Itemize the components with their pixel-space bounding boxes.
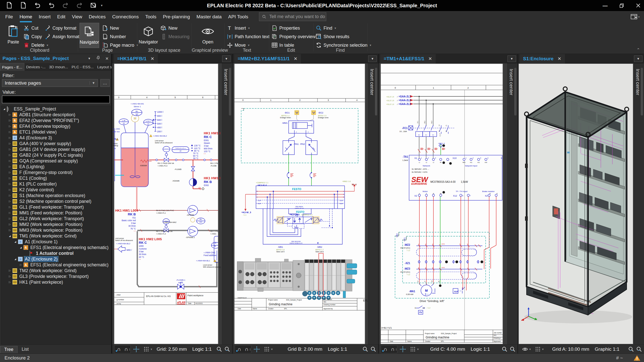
crosshair-icon[interactable] [254, 346, 260, 352]
tree-item[interactable]: ▷MM3 (Work workpiece: Position) [1, 227, 110, 233]
zoom-out-icon[interactable] [216, 346, 222, 352]
collapsed-icon[interactable]: ▷ [8, 165, 11, 168]
tree-item[interactable]: ◢ESS_Sample_Project [1, 106, 110, 112]
zoom-window-icon[interactable] [370, 346, 376, 352]
undo-history-icon[interactable] [34, 2, 41, 9]
redo-history-icon[interactable] [76, 2, 83, 9]
collapsed-icon[interactable]: ▷ [8, 125, 11, 128]
tab-list-dropdown[interactable]: ▼ [507, 55, 516, 62]
tree-item[interactable]: ▷&EFA4 (Overview topology) [1, 123, 110, 129]
restore-button[interactable] [618, 2, 625, 9]
tree-item[interactable]: ▷GAB2 (24 V supply PLC signals) [1, 152, 110, 158]
doc-tab-mfs11[interactable]: =MM2+B2.Y1&MFS11/1 ✕ [234, 54, 301, 63]
tree-item[interactable]: ▷EA (Lighting) [1, 164, 110, 169]
collapsed-icon[interactable]: ▷ [8, 113, 11, 116]
filter-combobox[interactable]: Interactive pages ▼ [2, 79, 98, 87]
tree-item[interactable]: ▷GQA (Compressed air supply) [1, 158, 110, 164]
tree-item[interactable]: ▷F (Emergency-stop control) [1, 169, 110, 175]
minimize-button[interactable]: — [601, 2, 609, 9]
tab-close-icon[interactable]: ✕ [294, 56, 297, 62]
combo-arrow-icon[interactable]: ▼ [90, 81, 95, 85]
menu-tab-tools[interactable]: Tools [142, 11, 160, 22]
pages-tree[interactable]: ◢ESS_Sample_Project▷&ADB1 (Structure des… [1, 106, 111, 345]
value-input[interactable] [2, 96, 110, 103]
tree-item[interactable]: ▷EC1 (Cooling) [1, 175, 110, 181]
tree-item[interactable]: ▷&ETC1 (Model view) [1, 129, 110, 135]
collapsed-icon[interactable]: ▷ [8, 142, 11, 145]
view-eye-dropdown[interactable]: ▾ [522, 346, 531, 352]
tree-item[interactable]: ◢+A1 (Enclosure 1) [1, 239, 110, 245]
grid-style-dropdown[interactable]: ▾ [410, 346, 419, 352]
tab-tree[interactable]: Tree [0, 346, 18, 353]
panel-menu-icon[interactable]: ▼ [88, 57, 91, 60]
menu-tab-home[interactable]: Home [16, 11, 36, 22]
tree-item[interactable]: ▷GL2 (Work workpiece: Transport) [1, 216, 110, 221]
tree-item[interactable]: ▷&EFS1 (Electrical engineering schematic… [1, 262, 110, 268]
doc-tab-enclosure[interactable]: S1:Enclosure ✕ [520, 54, 565, 63]
tree-item[interactable]: ▷HK1 (Paint workpiece) [1, 279, 110, 285]
zoom-window-icon[interactable] [636, 346, 642, 352]
path-function-text-button[interactable]: Path function text [227, 33, 270, 40]
menu-tab-connections[interactable]: Connections [109, 11, 142, 22]
strip-scrollbar[interactable] [375, 68, 377, 115]
tree-item[interactable]: ▷TM2 (Work workpiece: Grind) [1, 268, 110, 273]
tree-item[interactable]: ▷+A4 (Enclosure 3) [1, 135, 110, 141]
grid-magnet-icon[interactable]: ∩: [389, 346, 396, 352]
tree-item[interactable]: ▷S1 (Machine operation enclosure) [1, 193, 110, 198]
zoom-out-icon[interactable] [362, 346, 368, 352]
collapsed-icon[interactable]: ▷ [8, 183, 11, 186]
collapsed-icon[interactable]: ▷ [8, 275, 11, 278]
strip-scrollbar[interactable] [514, 68, 517, 115]
tree-item[interactable]: ▷K2 (Valve control) [1, 187, 110, 193]
panel-close-icon[interactable]: ✕ [105, 56, 109, 61]
strip-scrollbar[interactable] [641, 68, 643, 115]
collapsed-icon[interactable]: ▷ [8, 119, 11, 122]
collapsed-icon[interactable]: ▷ [8, 211, 11, 214]
expanded-icon[interactable]: ◢ [3, 107, 6, 110]
tree-item[interactable]: ◢+A2 (Enclosure 2) [1, 256, 110, 262]
tab-close-icon[interactable]: ✕ [428, 56, 432, 62]
cut-button[interactable]: Cut [24, 24, 38, 32]
tree-item[interactable]: ▷&EFA2 (Overview "PROFINET") [1, 117, 110, 123]
tree-item[interactable]: ▷GL1 (Feed workpiece: Transport) [1, 204, 110, 210]
expanded-icon[interactable]: ◢ [8, 234, 11, 237]
menu-tab-insert[interactable]: Insert [35, 11, 54, 22]
copy-button[interactable]: Copy [24, 33, 42, 40]
tree-item[interactable]: ▷K1 (PLC controller) [1, 181, 110, 187]
collapse-ribbon-icon[interactable]: ⌃ [637, 47, 640, 52]
collapsed-icon[interactable]: ▷ [8, 131, 11, 134]
expanded-icon[interactable]: ◢ [19, 246, 22, 249]
find-button[interactable]: Find▾ [316, 24, 336, 32]
workspace-layout-icon[interactable]: ▾ [630, 13, 640, 21]
collapsed-icon[interactable]: ▷ [8, 188, 11, 191]
tree-item[interactable]: ◢&EFS1 (Electrical engineering schematic… [1, 245, 110, 250]
doc-tab-efs1[interactable]: =TM1+A1&EFS1/1 ✕ [380, 54, 436, 63]
pin-icon[interactable] [96, 56, 100, 61]
text-insert-button[interactable]: Insert▾ [227, 24, 250, 32]
grid-style-dropdown[interactable]: ▾ [264, 346, 273, 352]
open-preview-button[interactable]: Open [198, 23, 218, 48]
menu-tab-pre-planning[interactable]: Pre-planning [160, 11, 193, 22]
tab-list-dropdown[interactable]: ▼ [634, 55, 642, 62]
tree-item[interactable]: ◢TM1 (Work workpiece: Grind) [1, 233, 110, 239]
show-results-button[interactable]: Show results [316, 33, 349, 40]
collapsed-icon[interactable]: ▷ [8, 136, 11, 139]
zoom-out-icon[interactable] [501, 346, 507, 352]
open-page-icon[interactable] [20, 2, 27, 9]
qat-more-icon[interactable]: ▾ [101, 4, 103, 7]
undo-icon[interactable] [48, 2, 55, 9]
grid-magnet-icon[interactable]: ∩: [243, 346, 250, 352]
tab-close-icon[interactable]: ✕ [557, 56, 561, 62]
menu-tab-master-data[interactable]: Master data [193, 11, 225, 22]
collapsed-icon[interactable]: ▷ [8, 269, 11, 272]
collapsed-icon[interactable]: ▷ [8, 229, 11, 232]
redo-icon[interactable] [62, 2, 69, 9]
tree-item[interactable]: ▷GAA (400 V power supply) [1, 141, 110, 146]
zoom-out-icon[interactable] [628, 346, 634, 352]
snap-magnet-icon[interactable]: ∩ [236, 346, 243, 352]
tree-item[interactable]: ▷S2 (Machine operation control panel) [1, 198, 110, 204]
menu-tab-file[interactable]: File [2, 11, 16, 22]
drawing-canvas-mfs11[interactable]: 01234-BG1&EFS1/ 1.1Endlage hinten-BG2&EF… [233, 63, 379, 344]
menu-tab-api-tools[interactable]: API Tools [225, 11, 251, 22]
crosshair-icon[interactable] [133, 346, 139, 352]
